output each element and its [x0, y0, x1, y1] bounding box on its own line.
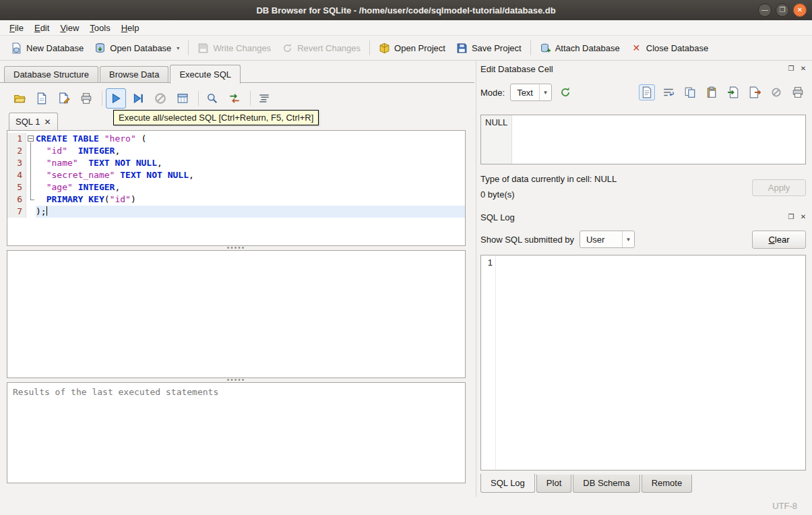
find-icon — [206, 92, 218, 104]
revert-changes-button: Revert Changes — [276, 40, 366, 57]
menu-edit[interactable]: Edit — [29, 21, 55, 35]
title-bar[interactable]: DB Browser for SQLite - /home/user/code/… — [0, 0, 812, 20]
results-grid[interactable] — [7, 250, 466, 378]
menu-view[interactable]: View — [55, 21, 84, 35]
tab-execute-sql[interactable]: Execute SQL — [170, 65, 241, 84]
line-number: 1 — [7, 133, 26, 145]
new-database-icon — [11, 42, 22, 54]
sql-tab-close-icon[interactable]: ✕ — [44, 117, 51, 127]
save-sql-file-as-button[interactable] — [54, 88, 74, 109]
line-number: 3 — [7, 157, 26, 169]
find-replace-button[interactable] — [224, 88, 245, 109]
sql-log-area[interactable]: 1 — [480, 255, 806, 471]
open-project-button[interactable]: Open Project — [373, 40, 451, 57]
tab-db-schema[interactable]: DB Schema — [573, 475, 639, 493]
menu-file[interactable]: File — [4, 21, 29, 35]
code-line[interactable]: 1–CREATE TABLE "hero" ( — [7, 133, 465, 145]
open-sql-file-button[interactable] — [9, 88, 30, 109]
save-results-button[interactable] — [173, 88, 193, 109]
save-project-button[interactable]: Save Project — [451, 40, 527, 57]
text-mode-button[interactable] — [639, 84, 655, 100]
set-null-button[interactable] — [768, 84, 784, 100]
tab-plot[interactable]: Plot — [536, 475, 571, 493]
main-tab-widget: Database Structure Browse Data Execute S… — [0, 61, 474, 497]
toolbar-separator — [530, 40, 531, 55]
main-tab-bar: Database Structure Browse Data Execute S… — [0, 64, 474, 83]
clear-log-button[interactable]: Clear — [752, 231, 806, 249]
tooltip: Execute all/selected SQL [Ctrl+Return, F… — [113, 110, 319, 125]
save-sql-file-button[interactable] — [32, 88, 52, 109]
format-sql-icon — [258, 92, 270, 104]
open-database-dropdown-icon[interactable]: ▾ — [177, 45, 179, 51]
open-project-icon — [379, 42, 390, 54]
fold-marker — [26, 206, 36, 218]
open-sql-file-icon — [13, 92, 26, 104]
copy-cell-button[interactable] — [682, 84, 698, 100]
sql-tab[interactable]: SQL 1 ✕ — [9, 113, 58, 130]
code-line[interactable]: 3 "name" TEXT NOT NULL, — [7, 157, 465, 169]
open-database-icon — [94, 42, 106, 54]
minimize-button[interactable]: — — [758, 3, 772, 17]
code-text: CREATE TABLE "hero" ( — [36, 133, 465, 145]
find-button[interactable] — [202, 88, 222, 109]
new-database-button[interactable]: New Database — [5, 40, 89, 57]
cell-editor-area[interactable]: NULL — [480, 115, 806, 164]
sql-toolbar — [9, 86, 466, 111]
edit-cell-dock-header: Edit Database Cell ❐ ✕ — [480, 62, 808, 75]
execute-line-button[interactable] — [128, 88, 148, 109]
print-icon — [80, 92, 92, 104]
write-changes-button: Write Changes — [192, 40, 276, 57]
float-dock-icon[interactable]: ❐ — [786, 64, 796, 73]
format-sql-button[interactable] — [254, 88, 274, 109]
export-icon — [749, 86, 761, 98]
fold-marker[interactable]: – — [26, 133, 36, 145]
print-cell-button[interactable] — [790, 84, 806, 100]
import-cell-button[interactable] — [725, 84, 741, 100]
open-database-button[interactable]: Open Database ▾ — [89, 40, 185, 57]
code-line[interactable]: 7); — [7, 206, 465, 218]
results-placeholder: Results of the last executed statements — [13, 387, 218, 397]
export-cell-button[interactable] — [747, 84, 763, 100]
close-database-button[interactable]: ✕ Close Database — [625, 40, 714, 56]
close-dock-icon[interactable]: ✕ — [799, 212, 808, 222]
tab-remote[interactable]: Remote — [642, 475, 693, 493]
chevron-down-icon: ▼ — [539, 84, 551, 100]
menu-tools[interactable]: Tools — [84, 21, 115, 35]
save-results-icon — [177, 92, 189, 104]
chevron-down-icon: ▼ — [622, 231, 634, 247]
sql-log-filter-label: Show SQL submitted by — [480, 235, 574, 245]
tab-browse-data[interactable]: Browse Data — [100, 66, 168, 83]
menu-help[interactable]: Help — [116, 21, 145, 35]
tab-database-structure[interactable]: Database Structure — [4, 66, 98, 83]
cell-editor-content[interactable] — [512, 115, 805, 164]
float-dock-icon[interactable]: ❐ — [786, 212, 796, 222]
sql-editor[interactable]: 1–CREATE TABLE "hero" (2 "id" INTEGER,3 … — [7, 130, 466, 246]
save-sql-file-icon — [36, 92, 48, 104]
code-line[interactable]: 6 PRIMARY KEY("id") — [7, 193, 465, 206]
sql-log-filter-select[interactable]: User ▼ — [580, 231, 635, 248]
import-icon — [727, 86, 739, 98]
code-line[interactable]: 4 "secret_name" TEXT NOT NULL, — [7, 169, 465, 181]
code-line[interactable]: 2 "id" INTEGER, — [7, 145, 465, 157]
mode-select[interactable]: Text ▼ — [510, 84, 552, 101]
results-message-pane[interactable]: Results of the last executed statements — [7, 382, 466, 483]
print-button[interactable] — [76, 88, 96, 109]
word-wrap-button[interactable] — [660, 84, 677, 100]
attach-database-button[interactable]: Attach Database — [534, 40, 625, 57]
code-line[interactable]: 5 "age" INTEGER, — [7, 181, 465, 193]
menu-bar: File Edit View Tools Help — [0, 20, 812, 36]
close-button[interactable]: ✕ — [793, 3, 807, 17]
close-dock-icon[interactable]: ✕ — [799, 64, 808, 73]
null-icon — [770, 86, 782, 98]
encoding-indicator: UTF-8 — [772, 501, 797, 511]
save-project-label: Save Project — [472, 43, 522, 53]
attach-database-label: Attach Database — [555, 43, 620, 53]
paste-cell-button[interactable] — [704, 84, 720, 100]
execute-all-button[interactable] — [106, 88, 126, 109]
tab-sql-log[interactable]: SQL Log — [480, 474, 535, 493]
auto-update-button[interactable] — [557, 84, 573, 100]
sql-log-title: SQL Log — [480, 212, 784, 222]
revert-changes-label: Revert Changes — [297, 43, 361, 53]
fold-collapse-icon[interactable]: – — [28, 135, 34, 142]
maximize-button[interactable]: ❐ — [776, 3, 789, 17]
